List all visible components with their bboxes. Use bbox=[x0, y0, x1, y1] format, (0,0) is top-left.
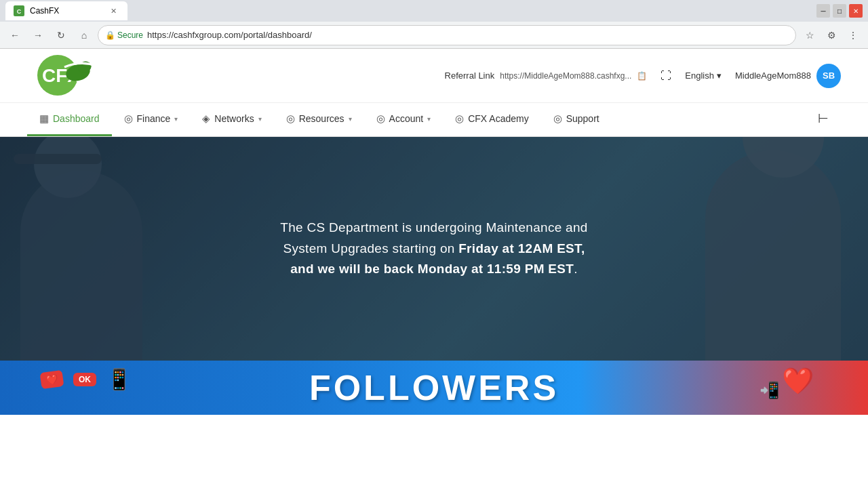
browser-toolbar: ← → ↻ ⌂ 🔒 Secure https://cashfxgroup.com… bbox=[0, 22, 868, 49]
language-label: English bbox=[685, 70, 714, 81]
networks-icon: ◈ bbox=[202, 113, 210, 125]
banner-line3-suffix: . bbox=[574, 262, 578, 276]
networks-chevron-icon: ▾ bbox=[258, 115, 262, 123]
language-selector[interactable]: English ▾ bbox=[685, 70, 722, 81]
banner-text: The CS Department is undergoing Maintena… bbox=[267, 204, 601, 293]
nav-item-cfx-academy[interactable]: ◎ CFX Academy bbox=[443, 103, 540, 136]
header-right: Referral Link https://MiddleAgeMom888.ca… bbox=[445, 64, 841, 88]
nav-item-account[interactable]: ◎ Account ▾ bbox=[364, 103, 443, 136]
nav-label-networks: Networks bbox=[214, 113, 254, 124]
logo-area: CFX bbox=[27, 54, 115, 98]
referral-link-section: Referral Link https://MiddleAgeMom888.ca… bbox=[445, 70, 648, 81]
website-content: CFX Referral Link https://MiddleAgeMom88… bbox=[0, 49, 868, 488]
finance-icon: ◎ bbox=[124, 113, 133, 125]
resources-icon: ◎ bbox=[286, 113, 295, 125]
minimize-button[interactable]: ─ bbox=[816, 4, 830, 18]
dashboard-icon: ▦ bbox=[39, 113, 49, 125]
bottom-banner: ❤️ OK 📱 ❤️ 📲 FOLLOWERS bbox=[0, 361, 868, 415]
resources-chevron-icon: ▾ bbox=[349, 115, 352, 123]
browser-chrome: C CashFX ✕ ─ □ ✕ ← → ↻ ⌂ 🔒 Secure https:… bbox=[0, 0, 868, 49]
banner-line2-prefix: System Upgrades starting on bbox=[283, 241, 459, 256]
close-button[interactable]: ✕ bbox=[849, 4, 863, 18]
refresh-button[interactable]: ↻ bbox=[52, 26, 71, 45]
nav-label-account: Account bbox=[389, 113, 424, 124]
referral-url: https://MiddleAgeMom888.cashfxg... bbox=[500, 71, 631, 81]
site-navigation: ▦ Dashboard ◎ Finance ▾ ◈ Networks ▾ ◎ R… bbox=[0, 103, 868, 137]
banner-line3-bold: and we will be back Monday at 11:59 PM E… bbox=[290, 262, 574, 276]
followers-text: FOLLOWERS bbox=[309, 367, 559, 408]
bookmark-button[interactable]: ☆ bbox=[800, 26, 819, 45]
nav-label-dashboard: Dashboard bbox=[53, 113, 100, 124]
nav-item-logout[interactable]: ⊢ bbox=[806, 103, 841, 136]
site-header: CFX Referral Link https://MiddleAgeMom88… bbox=[0, 49, 868, 103]
nav-label-finance: Finance bbox=[137, 113, 171, 124]
logout-icon: ⊢ bbox=[818, 111, 829, 126]
nav-item-networks[interactable]: ◈ Networks ▾ bbox=[190, 103, 273, 136]
nav-label-cfx-academy: CFX Academy bbox=[468, 113, 528, 124]
address-bar[interactable]: 🔒 Secure https://cashfxgroup.com/portal/… bbox=[98, 25, 796, 45]
tab-close-button[interactable]: ✕ bbox=[108, 5, 119, 17]
url-text: https://cashfxgroup.com/portal/dashboard… bbox=[147, 30, 312, 40]
extensions-button[interactable]: ⚙ bbox=[822, 26, 841, 45]
svg-text:C: C bbox=[17, 8, 22, 15]
nav-label-resources: Resources bbox=[299, 113, 344, 124]
tab-favicon: C bbox=[14, 5, 24, 16]
nav-item-finance[interactable]: ◎ Finance ▾ bbox=[112, 103, 191, 136]
nav-item-resources[interactable]: ◎ Resources ▾ bbox=[274, 103, 364, 136]
nav-item-dashboard[interactable]: ▦ Dashboard bbox=[27, 103, 112, 136]
cfx-logo: CFX bbox=[27, 54, 115, 98]
language-arrow: ▾ bbox=[717, 70, 722, 81]
referral-label: Referral Link bbox=[445, 70, 495, 81]
banner-line1: The CS Department is undergoing Maintena… bbox=[280, 220, 587, 235]
forward-button[interactable]: → bbox=[28, 26, 47, 45]
browser-titlebar: C CashFX ✕ ─ □ ✕ bbox=[0, 0, 868, 22]
menu-button[interactable]: ⋮ bbox=[844, 26, 863, 45]
expand-button[interactable]: ⛶ bbox=[660, 70, 671, 82]
nav-label-support: Support bbox=[566, 113, 599, 124]
window-controls: ─ □ ✕ bbox=[816, 4, 863, 18]
nav-item-support[interactable]: ◎ Support bbox=[541, 103, 612, 136]
cfx-academy-icon: ◎ bbox=[455, 113, 464, 125]
support-icon: ◎ bbox=[553, 113, 562, 125]
home-button[interactable]: ⌂ bbox=[75, 26, 94, 45]
avatar[interactable]: SB bbox=[816, 64, 841, 88]
referral-copy-button[interactable]: 📋 bbox=[637, 71, 647, 81]
account-icon: ◎ bbox=[376, 113, 385, 125]
lock-icon: 🔒 bbox=[105, 30, 115, 40]
maximize-button[interactable]: □ bbox=[833, 4, 846, 18]
toolbar-actions: ☆ ⚙ ⋮ bbox=[800, 26, 863, 45]
browser-tab[interactable]: C CashFX ✕ bbox=[5, 1, 127, 20]
banner-line2-bold: Friday at 12AM EST, bbox=[458, 241, 585, 256]
secure-badge: 🔒 Secure bbox=[105, 30, 143, 40]
username-label: MiddleAgeMom888 bbox=[735, 70, 811, 81]
back-button[interactable]: ← bbox=[5, 26, 24, 45]
account-chevron-icon: ▾ bbox=[427, 115, 431, 123]
main-banner: The CS Department is undergoing Maintena… bbox=[0, 137, 868, 361]
user-section: MiddleAgeMom888 SB bbox=[735, 64, 841, 88]
finance-chevron-icon: ▾ bbox=[174, 115, 178, 123]
tab-title: CashFX bbox=[30, 6, 59, 16]
